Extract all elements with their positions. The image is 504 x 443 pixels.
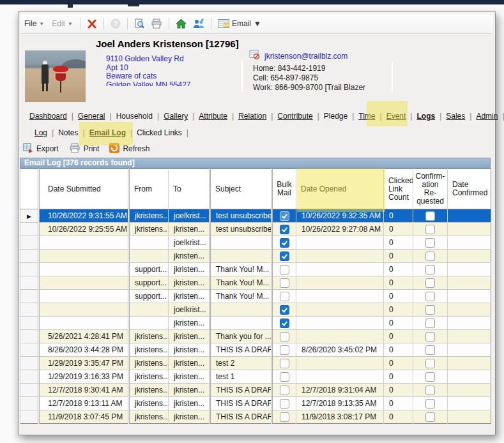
home-button[interactable] <box>172 19 190 29</box>
confirmation-requested-checkbox[interactable] <box>425 305 435 315</box>
bulk-mail-checkbox[interactable] <box>280 319 289 328</box>
email-log-row[interactable]: 1/29/2019 3:16:33 PMjkristens...jkristen… <box>20 370 491 384</box>
tab-contribute[interactable]: Contribute <box>273 112 317 121</box>
subtab-clicked-links[interactable]: Clicked Links <box>132 128 187 137</box>
email-log-row[interactable]: joelkrist...0 <box>20 303 491 317</box>
subtab-email-log[interactable]: Email Log <box>85 128 130 137</box>
confirmation-requested-checkbox[interactable] <box>425 252 435 261</box>
cell-row-selector[interactable] <box>20 263 39 276</box>
confirmation-requested-checkbox[interactable] <box>425 386 435 395</box>
bulk-mail-checkbox[interactable] <box>280 225 289 234</box>
confirmation-requested-checkbox[interactable] <box>425 292 435 301</box>
email-log-row[interactable]: jkristen...0 <box>20 317 491 330</box>
column-header-date-opened[interactable]: Date Opened <box>296 169 384 209</box>
email-log-row[interactable]: 11/9/2018 3:07:45 PMjkristens...jkristen… <box>20 410 491 424</box>
email-log-row[interactable]: 12/7/2018 9:30:41 AMjkristens...jkristen… <box>20 384 491 397</box>
tab-gallery[interactable]: Gallery <box>159 112 192 121</box>
contact-email-link[interactable]: jkristenson@trailblz.com <box>264 52 347 61</box>
tab-sales[interactable]: Sales <box>441 112 470 121</box>
bulk-mail-checkbox[interactable] <box>280 252 289 261</box>
email-log-row[interactable]: 8/26/2020 3:44:28 PMjkristens...jkristen… <box>20 343 491 357</box>
edit-menu[interactable]: Edit ▼ <box>48 19 77 28</box>
email-button[interactable]: Email ▼ <box>215 19 264 28</box>
confirmation-requested-checkbox[interactable] <box>425 332 435 342</box>
confirmation-requested-checkbox[interactable] <box>425 359 435 368</box>
tab-relation[interactable]: Relation <box>234 112 271 121</box>
confirmation-requested-checkbox[interactable] <box>425 399 435 409</box>
export-button[interactable]: Export <box>23 143 59 155</box>
tab-event[interactable]: Event <box>382 112 411 121</box>
subtab-notes[interactable]: Notes <box>54 128 82 137</box>
refresh-button[interactable]: Refresh <box>109 143 149 155</box>
column-header-date-confirmed[interactable]: Date Confirmed <box>448 169 491 209</box>
column-header-from[interactable]: From <box>129 169 169 209</box>
email-log-row[interactable]: 1/29/2019 3:35:47 PMjkristens...jkristen… <box>20 357 491 370</box>
confirmation-requested-checkbox[interactable] <box>425 225 435 234</box>
confirmation-requested-checkbox[interactable] <box>425 265 435 274</box>
column-header-row-selector[interactable] <box>20 169 39 209</box>
bulk-mail-checkbox[interactable] <box>280 265 289 274</box>
help-button[interactable]: ? <box>107 19 124 29</box>
cell-row-selector[interactable] <box>20 410 39 424</box>
tab-attribute[interactable]: Attribute <box>194 112 232 121</box>
tab-household[interactable]: Household <box>112 112 157 121</box>
column-header-to[interactable]: To <box>169 169 210 209</box>
confirmation-requested-checkbox[interactable] <box>425 238 435 248</box>
confirmation-requested-checkbox[interactable] <box>425 319 435 328</box>
column-header-date-submitted[interactable]: Date Submitted <box>39 169 129 209</box>
cell-row-selector[interactable] <box>20 250 39 263</box>
column-header-confirm[interactable]: Confirm- ation Re- quested <box>413 169 448 209</box>
bulk-mail-checkbox[interactable] <box>280 412 289 422</box>
cell-row-selector[interactable]: ▶ <box>20 209 39 223</box>
cell-row-selector[interactable] <box>20 317 39 330</box>
cell-row-selector[interactable] <box>20 384 39 397</box>
tab-admin[interactable]: Admin <box>471 112 502 121</box>
bulk-mail-checkbox[interactable] <box>280 372 289 382</box>
file-menu[interactable]: File ▼ <box>20 19 48 28</box>
email-log-row[interactable]: support...jkristen...Thank You! M...0 <box>20 290 491 303</box>
subtab-log[interactable]: Log <box>30 128 52 137</box>
delete-button[interactable] <box>84 19 100 29</box>
cell-row-selector[interactable] <box>20 223 39 236</box>
confirmation-requested-checkbox[interactable] <box>425 372 435 382</box>
confirmation-requested-checkbox[interactable] <box>425 211 435 221</box>
cell-row-selector[interactable] <box>20 370 39 384</box>
email-log-row[interactable]: 10/26/2022 9:25:55 AMjkristens...jkriste… <box>20 223 491 236</box>
confirmation-requested-checkbox[interactable] <box>425 278 435 288</box>
bulk-mail-checkbox[interactable] <box>280 292 289 301</box>
bulk-mail-checkbox[interactable] <box>280 359 289 368</box>
cell-row-selector[interactable] <box>20 303 39 317</box>
print-toolbar-button[interactable] <box>148 19 165 29</box>
bulk-mail-checkbox[interactable] <box>280 305 289 315</box>
column-header-clicked[interactable]: Clicked Link Count <box>384 169 413 209</box>
cell-row-selector[interactable] <box>20 357 39 370</box>
email-log-row[interactable]: 5/26/2021 4:28:41 PMjkristens...jkristen… <box>20 330 491 343</box>
bulk-mail-checkbox[interactable] <box>280 386 289 395</box>
email-log-row[interactable]: 12/7/2018 9:13:11 AMjkristens...jkristen… <box>20 397 491 410</box>
email-edit-icon[interactable] <box>249 50 261 62</box>
bulk-mail-checkbox[interactable] <box>280 345 289 355</box>
bulk-mail-checkbox[interactable] <box>280 399 289 409</box>
cell-row-selector[interactable] <box>20 343 39 357</box>
tab-pledge[interactable]: Pledge <box>319 112 352 121</box>
cell-row-selector[interactable] <box>20 290 39 303</box>
bulk-mail-checkbox[interactable] <box>280 278 289 288</box>
tab-time[interactable]: Time <box>354 112 379 121</box>
tab-dashboard[interactable]: Dashboard <box>25 112 72 121</box>
cell-row-selector[interactable] <box>20 236 39 250</box>
bulk-mail-checkbox[interactable] <box>280 211 289 221</box>
confirmation-requested-checkbox[interactable] <box>425 412 435 422</box>
email-log-row[interactable]: ▶10/26/2022 9:31:55 AMjkristens...joelkr… <box>20 209 491 223</box>
email-log-row[interactable]: joelkrist...0 <box>20 236 491 250</box>
column-header-subject[interactable]: Subject <box>210 169 272 209</box>
print-button[interactable]: Print <box>69 143 100 155</box>
bulk-mail-checkbox[interactable] <box>280 238 289 248</box>
contacts-sync-button[interactable] <box>190 19 208 29</box>
email-log-row[interactable]: support...jkristen...Thank You! M...0 <box>20 263 491 276</box>
cell-row-selector[interactable] <box>20 330 39 343</box>
column-header-bulk[interactable]: Bulk Mail <box>272 169 296 209</box>
email-log-row[interactable]: jkristen...0 <box>20 250 491 263</box>
cell-row-selector[interactable] <box>20 276 39 290</box>
tab-logs[interactable]: Logs <box>412 112 439 121</box>
cell-row-selector[interactable] <box>20 397 39 410</box>
